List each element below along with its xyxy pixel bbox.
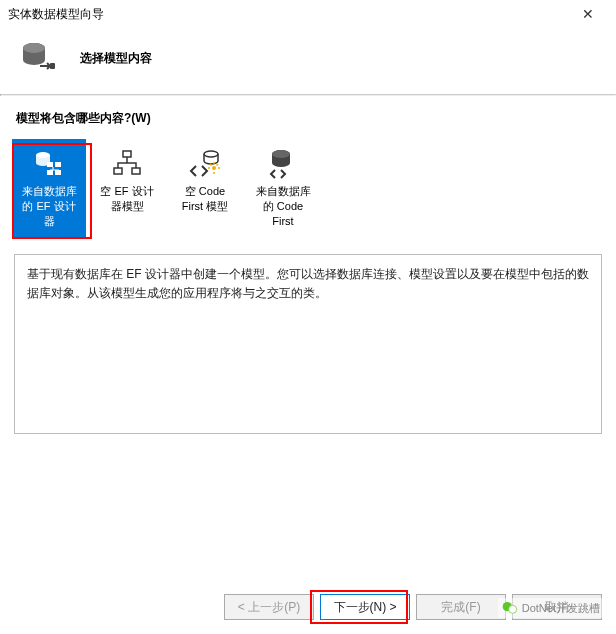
svg-rect-10: [132, 168, 140, 174]
database-icon: [20, 38, 60, 78]
svg-rect-5: [55, 162, 61, 167]
database-code-icon: [267, 148, 299, 180]
window-title: 实体数据模型向导: [8, 6, 568, 23]
svg-rect-8: [123, 151, 131, 157]
code-first-icon: [189, 148, 221, 180]
database-designer-icon: [33, 148, 65, 180]
svg-rect-2: [50, 63, 55, 69]
next-button[interactable]: 下一步(N) >: [320, 594, 410, 620]
section-label: 模型将包含哪些内容?(W): [0, 96, 616, 135]
option-ef-designer-from-db[interactable]: 来自数据库的 EF 设计器: [12, 139, 86, 238]
option-label: 来自数据库的 Code First: [251, 184, 315, 229]
previous-button: < 上一步(P): [224, 594, 314, 620]
cancel-button[interactable]: 取消: [512, 594, 602, 620]
option-empty-code-first[interactable]: 空 Code First 模型: [168, 139, 242, 238]
close-icon: ✕: [582, 6, 594, 22]
svg-rect-7: [55, 170, 61, 175]
option-description: 基于现有数据库在 EF 设计器中创建一个模型。您可以选择数据库连接、模型设置以及…: [14, 254, 602, 434]
wizard-step-title: 选择模型内容: [80, 50, 152, 67]
svg-point-14: [272, 150, 290, 158]
svg-point-11: [204, 151, 218, 157]
window-titlebar: 实体数据模型向导 ✕: [0, 0, 616, 28]
finish-button: 完成(F): [416, 594, 506, 620]
svg-rect-6: [47, 170, 53, 175]
model-options-list: 来自数据库的 EF 设计器 空 EF 设计器模型 空 Code First 模型…: [0, 135, 616, 242]
wizard-header: 选择模型内容: [0, 28, 616, 94]
option-label: 空 Code First 模型: [173, 184, 237, 214]
svg-point-1: [23, 43, 45, 53]
diagram-icon: [111, 148, 143, 180]
svg-rect-4: [47, 162, 53, 167]
window-close-button[interactable]: ✕: [568, 0, 608, 28]
option-label: 空 EF 设计器模型: [95, 184, 159, 214]
wizard-button-row: < 上一步(P) 下一步(N) > 完成(F) 取消: [224, 594, 602, 620]
svg-point-12: [212, 166, 216, 170]
svg-rect-9: [114, 168, 122, 174]
option-empty-ef-designer[interactable]: 空 EF 设计器模型: [90, 139, 164, 238]
option-code-first-from-db[interactable]: 来自数据库的 Code First: [246, 139, 320, 238]
option-label: 来自数据库的 EF 设计器: [17, 184, 81, 229]
